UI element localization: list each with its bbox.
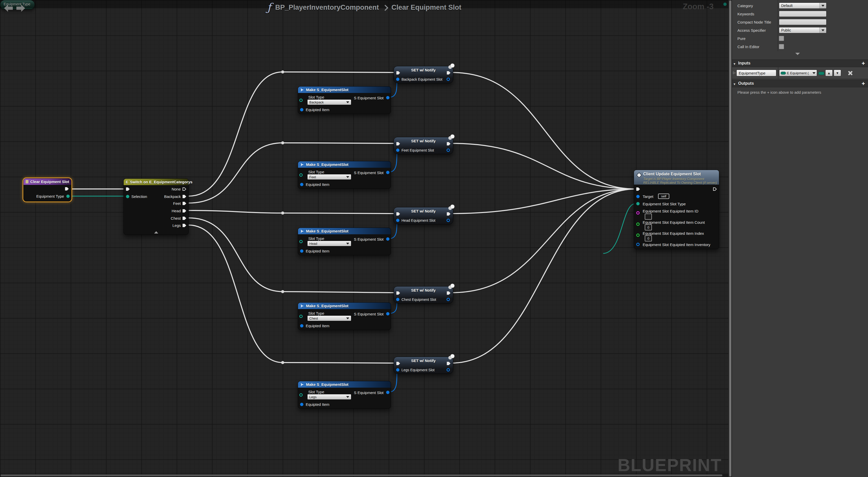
- slot-type-dropdown[interactable]: Chest: [307, 315, 351, 321]
- exec-out-pin[interactable]: [446, 291, 451, 295]
- variable-in-pin[interactable]: [396, 219, 399, 222]
- equipted-item-pin[interactable]: [300, 403, 303, 406]
- variable-in-pin[interactable]: [396, 368, 399, 372]
- struct-out-pin[interactable]: [386, 171, 390, 174]
- item-index-value-box[interactable]: 0: [645, 235, 652, 242]
- outputs-expander-icon[interactable]: ▾: [734, 82, 735, 86]
- exec-out-pin[interactable]: [446, 212, 451, 216]
- item-index-pin[interactable]: [636, 233, 640, 237]
- exec-out-pin[interactable]: [713, 187, 717, 191]
- node-make-equipment-slot-head[interactable]: Make S_EquipmentSlot Slot Type Head Equi…: [298, 228, 391, 255]
- exec-in-pin[interactable]: [396, 212, 400, 216]
- horizontal-scrollbar[interactable]: [0, 474, 728, 477]
- exec-out-pin[interactable]: [446, 142, 451, 146]
- node-client-update-equipment-slot[interactable]: Client Update Equipment Slot Target is B…: [634, 170, 719, 249]
- slot-type-dropdown[interactable]: Head: [307, 241, 351, 246]
- add-input-button[interactable]: +: [862, 60, 865, 67]
- node-header[interactable]: Make S_EquipmentSlot: [298, 381, 391, 388]
- variable-in-pin[interactable]: [396, 149, 399, 152]
- param-name-input[interactable]: EquipmentType: [736, 70, 776, 76]
- exec-in-pin[interactable]: [396, 361, 400, 365]
- exec-out-pin[interactable]: [65, 187, 69, 191]
- struct-out-pin[interactable]: [386, 237, 390, 241]
- container-type-button[interactable]: [818, 72, 825, 75]
- node-make-equipment-slot-backpack[interactable]: Make S_EquipmentSlot Slot Type Backpack …: [298, 86, 391, 114]
- node-header[interactable]: Clear Equipment Slot: [24, 179, 71, 185]
- variable-out-pin[interactable]: [446, 77, 450, 81]
- move-param-up-button[interactable]: ▲: [825, 70, 833, 76]
- item-id-pin[interactable]: [636, 211, 640, 215]
- node-set-backpack-equipment-slot[interactable]: SET w/ Notify Backpack Equipment Slot: [394, 66, 453, 83]
- exec-in-pin[interactable]: [396, 291, 400, 295]
- slot-type-pin[interactable]: [299, 240, 303, 243]
- exec-in-pin[interactable]: [126, 187, 130, 191]
- horizontal-scrollbar-thumb[interactable]: [1, 474, 722, 476]
- variable-out-pin[interactable]: [446, 149, 450, 152]
- inputs-section-header[interactable]: ▾ Inputs +: [732, 59, 868, 67]
- struct-out-pin[interactable]: [386, 391, 390, 394]
- target-pin[interactable]: [636, 195, 640, 198]
- item-count-pin[interactable]: [636, 222, 640, 226]
- category-dropdown[interactable]: Default: [779, 3, 827, 9]
- slot-type-dropdown[interactable]: Legs: [307, 394, 351, 400]
- variable-out-pin[interactable]: [446, 298, 450, 301]
- node-header[interactable]: Make S_EquipmentSlot: [298, 303, 391, 309]
- vertical-scrollbar-thumb[interactable]: [729, 1, 731, 476]
- equipted-item-pin[interactable]: [300, 108, 303, 112]
- node-clear-equipment-slot-entry[interactable]: Clear Equipment Slot Equipment Type: [23, 178, 71, 201]
- pure-checkbox[interactable]: [779, 36, 784, 41]
- slot-type-pin[interactable]: [299, 173, 303, 177]
- case-feet-pin[interactable]: [182, 201, 186, 205]
- slot-type-pin[interactable]: [636, 202, 640, 205]
- inputs-expander-icon[interactable]: ▾: [734, 62, 735, 66]
- exec-out-pin[interactable]: [446, 361, 451, 365]
- node-header[interactable]: Ɛ→ Switch on E_EquipmentCategorys: [124, 179, 188, 185]
- struct-out-pin[interactable]: [386, 96, 390, 99]
- slot-type-dropdown[interactable]: Feet: [307, 174, 351, 180]
- exec-out-pin[interactable]: [446, 71, 451, 75]
- param-type-dropdown[interactable]: E Equipment (: [779, 70, 817, 76]
- equipted-item-pin[interactable]: [300, 249, 303, 253]
- case-backpack-pin[interactable]: [182, 195, 186, 198]
- slot-type-pin[interactable]: [299, 315, 303, 318]
- collapse-node-button[interactable]: [154, 231, 158, 233]
- variable-in-pin[interactable]: [396, 298, 399, 301]
- slot-type-dropdown[interactable]: Backpack: [307, 99, 351, 105]
- item-inventory-pin[interactable]: [636, 243, 640, 246]
- node-set-head-equipment-slot[interactable]: SET w/ Notify Head Equipment Slot: [394, 207, 453, 224]
- param-expander-icon[interactable]: ▷: [733, 71, 736, 74]
- node-make-equipment-slot-chest[interactable]: Make S_EquipmentSlot Slot Type Chest Equ…: [298, 303, 391, 330]
- node-set-feet-equipment-slot[interactable]: SET w/ Notify Feet Equipment Slot: [394, 137, 453, 154]
- node-make-equipment-slot-feet[interactable]: Make S_EquipmentSlot Slot Type Feet Equi…: [298, 161, 391, 189]
- case-chest-pin[interactable]: [182, 216, 186, 220]
- keywords-input[interactable]: [779, 11, 827, 17]
- struct-out-pin[interactable]: [386, 312, 390, 315]
- case-none-pin[interactable]: [182, 187, 186, 191]
- variable-out-pin[interactable]: [446, 368, 450, 372]
- variable-out-pin[interactable]: [446, 219, 450, 222]
- node-header[interactable]: Make S_EquipmentSlot: [298, 228, 391, 234]
- call-in-editor-checkbox[interactable]: [779, 44, 784, 49]
- exec-in-pin[interactable]: [396, 71, 400, 75]
- node-make-equipment-slot-legs[interactable]: Make S_EquipmentSlot Slot Type Legs Equi…: [298, 381, 391, 409]
- equipted-item-pin[interactable]: [300, 183, 303, 186]
- access-specifier-dropdown[interactable]: Public: [779, 27, 827, 33]
- compact-node-title-input[interactable]: [779, 19, 827, 25]
- node-set-legs-equipment-slot[interactable]: SET w/ Notify Legs Equipment Slot: [394, 357, 453, 374]
- node-header[interactable]: Make S_EquipmentSlot: [298, 87, 391, 93]
- node-switch-on-equipment-categorys[interactable]: Ɛ→ Switch on E_EquipmentCategorys Select…: [123, 179, 189, 235]
- delete-param-button[interactable]: [848, 70, 853, 75]
- variable-in-pin[interactable]: [396, 77, 399, 81]
- vertical-scrollbar[interactable]: [728, 0, 732, 477]
- outputs-section-header[interactable]: ▾ Outputs +: [732, 80, 868, 87]
- item-count-value-box[interactable]: 0: [645, 224, 652, 230]
- exec-in-pin[interactable]: [396, 142, 400, 146]
- slot-type-pin[interactable]: [299, 99, 303, 102]
- selection-pin[interactable]: [126, 195, 129, 198]
- case-head-pin[interactable]: [182, 209, 186, 213]
- move-param-down-button[interactable]: ▼: [834, 70, 841, 76]
- node-set-chest-equipment-slot[interactable]: SET w/ Notify Chest Equipment Slot: [394, 286, 453, 304]
- advanced-expander-icon[interactable]: [795, 53, 800, 55]
- case-legs-pin[interactable]: [182, 224, 186, 227]
- item-id-value-box[interactable]: [645, 214, 652, 220]
